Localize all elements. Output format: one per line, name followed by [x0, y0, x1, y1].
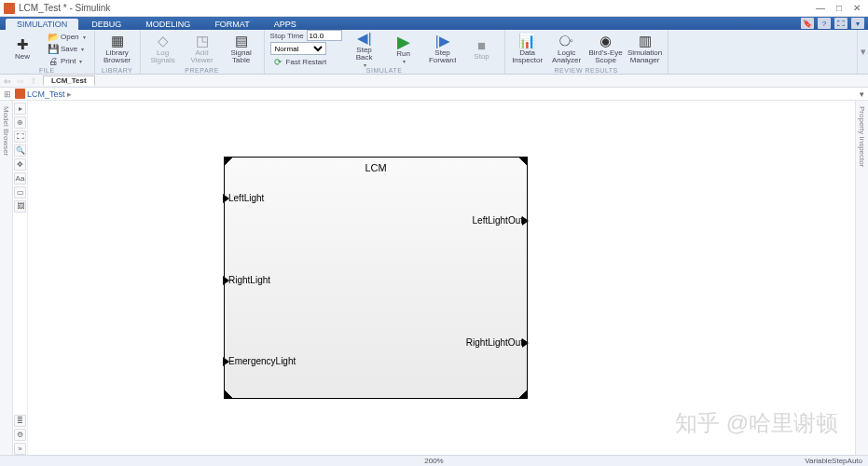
- right-panel-rail[interactable]: Property Inspector: [855, 101, 868, 455]
- document-tab[interactable]: LCM_Test: [43, 75, 95, 86]
- fast-restart-button[interactable]: ⟳Fast Restart: [270, 56, 342, 67]
- watermark: 知乎 @哈里谢顿: [675, 408, 838, 438]
- open-button[interactable]: 📂Open▾: [45, 31, 89, 43]
- editor-toolbar: ⇦ ⇨ ⇧ LCM_Test: [0, 75, 868, 88]
- canvas-palette: ▸ ⊕ ⛶ 🔍 ✥ Aa ▭ 🖼 ≣ ⚙ »: [13, 101, 28, 455]
- new-button[interactable]: ✚ New: [4, 30, 41, 67]
- inport-arrow-icon: [223, 357, 229, 366]
- help-icon[interactable]: ?: [818, 18, 831, 29]
- status-bar: 200% VariableStepAuto: [0, 455, 868, 466]
- step-forward-icon: |▶: [434, 33, 451, 49]
- maximize-button[interactable]: □: [836, 3, 842, 13]
- step-back-button[interactable]: ◀| Step Back▾: [346, 30, 383, 67]
- block-corner-icon: [518, 390, 528, 399]
- image-button[interactable]: 🖼: [14, 200, 26, 212]
- group-prepare: ◇ Log Signals ◳ Add Viewer ▤ Signal Tabl…: [141, 30, 265, 74]
- sim-manager-icon: ▥: [637, 33, 654, 49]
- zoom-level[interactable]: 200%: [424, 457, 443, 465]
- model-icon: [15, 89, 25, 99]
- workspace: Model Browser ▸ ⊕ ⛶ 🔍 ✥ Aa ▭ 🖼 ≣ ⚙ » LCM…: [0, 101, 868, 455]
- property-inspector-tab[interactable]: Property Inspector: [858, 106, 866, 167]
- minimize-ribbon-icon[interactable]: ▾: [851, 18, 864, 29]
- nav-up-button[interactable]: ⇧: [30, 76, 37, 86]
- log-signals-button[interactable]: ◇ Log Signals: [145, 30, 182, 67]
- stop-button[interactable]: ■ Stop: [463, 30, 501, 67]
- pan-button[interactable]: ✥: [14, 158, 26, 171]
- breadcrumb-dropdown[interactable]: ▾: [860, 89, 864, 99]
- solver-label[interactable]: VariableStepAuto: [805, 457, 862, 465]
- data-inspector-icon: 📊: [519, 33, 536, 49]
- block-corner-icon: [224, 157, 233, 166]
- birdseye-button[interactable]: ◉Bird's-Eye Scope: [587, 30, 625, 67]
- inport-emergencylight[interactable]: EmergencyLight: [228, 356, 296, 366]
- model-browser-tab[interactable]: Model Browser: [2, 106, 10, 156]
- close-button[interactable]: ✕: [853, 3, 861, 13]
- nav-back-button[interactable]: ⇦: [4, 76, 11, 86]
- fast-restart-icon: ⟳: [273, 57, 283, 67]
- print-button[interactable]: 🖨Print▾: [45, 55, 89, 67]
- data-inspector-button[interactable]: 📊Data Inspector: [509, 30, 546, 67]
- birdseye-icon: ◉: [598, 33, 614, 49]
- save-button[interactable]: 💾Save▾: [45, 43, 89, 55]
- outport-leftlightout[interactable]: LeftLightOut: [473, 215, 523, 226]
- zoom-in-button[interactable]: ⊕: [14, 116, 26, 129]
- area-button[interactable]: ▭: [14, 186, 26, 199]
- simulink-logo-icon: [4, 3, 15, 14]
- block-title: LCM: [225, 158, 527, 173]
- group-simulate: Stop Time Normal ⟳Fast Restart ◀| Step B…: [265, 30, 505, 74]
- print-icon: 🖨: [48, 56, 58, 66]
- run-button[interactable]: ▶ Run▾: [385, 30, 422, 67]
- block-corner-icon: [518, 157, 528, 166]
- outport-arrow-icon: [522, 338, 529, 348]
- stoptime-label: Stop Time: [270, 32, 304, 40]
- step-forward-button[interactable]: |▶ Step Forward: [424, 30, 462, 67]
- annotation-button[interactable]: Aa: [14, 172, 26, 185]
- add-viewer-button[interactable]: ◳ Add Viewer: [184, 30, 221, 67]
- breadcrumb-root[interactable]: LCM_Test: [27, 89, 65, 99]
- open-icon: 📂: [48, 32, 58, 42]
- window-titlebar[interactable]: LCM_Test * - Simulink — □ ✕: [0, 0, 868, 17]
- model-tree-toggle[interactable]: ⊞: [4, 89, 11, 99]
- log-icon: ◇: [155, 33, 172, 49]
- sim-manager-button[interactable]: ▥Simulation Manager: [627, 30, 664, 67]
- fit-view-button[interactable]: ⛶: [14, 130, 26, 143]
- variant-button[interactable]: ≣: [14, 415, 26, 427]
- step-back-icon: ◀|: [356, 30, 373, 47]
- tab-debug[interactable]: DEBUG: [80, 19, 132, 30]
- inport-rightlight[interactable]: RightLight: [228, 275, 270, 285]
- zoom-tool-button[interactable]: 🔍: [14, 144, 26, 157]
- library-browser-button[interactable]: ▦ Library Browser: [99, 30, 136, 67]
- shortcuts-icon[interactable]: 🔖: [801, 18, 814, 29]
- outport-arrow-icon: [522, 216, 529, 226]
- group-library: ▦ Library Browser LIBRARY: [95, 30, 141, 74]
- viewer-icon: ◳: [194, 33, 211, 49]
- fullscreen-icon[interactable]: ⛶: [834, 18, 847, 29]
- minimize-button[interactable]: —: [816, 3, 825, 13]
- stoptime-input[interactable]: [307, 30, 342, 41]
- outport-rightlightout[interactable]: RightLightOut: [466, 337, 523, 348]
- model-canvas[interactable]: LCM LeftLight RightLight EmergencyLight …: [28, 101, 855, 455]
- inport-leftlight[interactable]: LeftLight: [228, 193, 264, 203]
- run-icon: ▶: [395, 34, 412, 50]
- tab-modeling[interactable]: MODELING: [134, 19, 201, 30]
- mode-select[interactable]: Normal: [270, 42, 326, 55]
- tab-apps[interactable]: APPS: [263, 19, 308, 30]
- signal-table-button[interactable]: ▤ Signal Table: [223, 30, 260, 67]
- toolstrip-overflow-button[interactable]: ▾: [857, 30, 868, 74]
- breadcrumb-arrow-icon[interactable]: ▸: [67, 89, 72, 99]
- hide-toolbar-button[interactable]: ▸: [14, 103, 26, 115]
- lcm-block[interactable]: LCM LeftLight RightLight EmergencyLight …: [224, 157, 528, 399]
- group-file: ✚ New 📂Open▾ 💾Save▾ 🖨Print▾ FILE: [0, 30, 95, 74]
- window-title: LCM_Test * - Simulink: [19, 3, 816, 13]
- left-panel-rail[interactable]: Model Browser: [0, 101, 13, 455]
- nav-forward-button[interactable]: ⇨: [17, 76, 24, 86]
- model-data-button[interactable]: ⚙: [14, 429, 26, 441]
- logic-analyzer-icon: ⧂: [558, 33, 575, 49]
- logic-analyzer-button[interactable]: ⧂Logic Analyzer: [548, 30, 586, 67]
- library-icon: ▦: [109, 33, 126, 49]
- diagnostics-button[interactable]: »: [14, 443, 26, 455]
- inport-arrow-icon: [223, 194, 229, 203]
- breadcrumb-bar: ⊞ LCM_Test ▸ ▾: [0, 88, 868, 101]
- tab-format[interactable]: FORMAT: [203, 19, 260, 30]
- tab-simulation[interactable]: SIMULATION: [6, 19, 78, 30]
